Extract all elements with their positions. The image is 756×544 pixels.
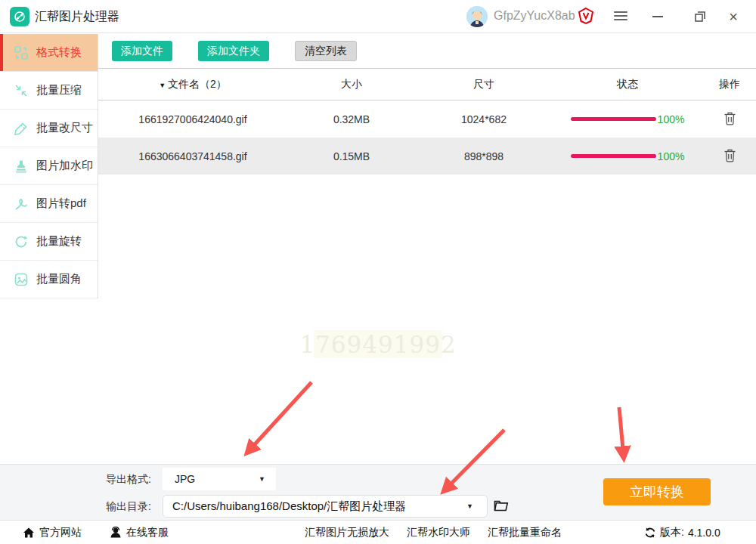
app-logo-icon — [10, 7, 29, 26]
version-value: 4.1.0.0 — [688, 527, 720, 539]
sidebar-item-label: 格式转换 — [36, 45, 82, 60]
version-info: 版本: 4.1.0.0 — [644, 521, 720, 544]
home-icon — [23, 527, 35, 539]
partner-links: 汇帮图片无损放大 汇帮水印大师 汇帮批量重命名 — [305, 521, 562, 544]
progress-percent: 100% — [658, 150, 685, 162]
cell-size: 0.32MB — [287, 113, 416, 125]
maximize-button[interactable] — [686, 0, 714, 33]
table-row[interactable]: 1663066403741458.gif 0.15MB 898*898 100% — [98, 138, 756, 175]
compress-icon — [14, 83, 29, 98]
link-lossless-upscale[interactable]: 汇帮图片无损放大 — [305, 526, 389, 539]
titlebar: 汇帮图片处理器 GfpZyYucX8ab × — [0, 0, 756, 33]
cell-filename: 1663066403741458.gif — [98, 150, 287, 162]
online-service-link[interactable]: 在线客服 — [110, 521, 169, 544]
cell-status: 100% — [552, 150, 703, 162]
export-format-value: JPG — [175, 473, 195, 485]
customer-service-icon — [110, 527, 122, 539]
sidebar: 格式转换 批量压缩 批量改尺寸 图片加水印 — [0, 34, 98, 298]
vip-badge-icon[interactable] — [577, 7, 595, 25]
progress-bar — [571, 154, 656, 158]
watermark-stamp-icon — [14, 159, 29, 174]
username-label: GfpZyYucX8ab — [494, 9, 575, 23]
sidebar-item-label: 图片加水印 — [36, 159, 93, 173]
output-dir-combobox[interactable]: C:/Users/huibang168/Desktop/汇帮图片处理器 ▼ — [163, 495, 488, 518]
version-label: 版本: — [660, 526, 684, 539]
add-folder-button[interactable]: 添加文件夹 — [198, 41, 269, 61]
sidebar-item-label: 批量旋转 — [36, 234, 82, 249]
progress-percent: 100% — [658, 113, 685, 125]
output-dir-value: C:/Users/huibang168/Desktop/汇帮图片处理器 — [172, 499, 406, 514]
sidebar-item-batch-rounded-corner[interactable]: 批量圆角 — [0, 261, 98, 298]
main-content: 添加文件 添加文件夹 清空列表 ▼文件名（2） 大小 尺寸 状态 操作 1661… — [98, 34, 756, 464]
output-dir-label: 输出目录: — [106, 500, 151, 514]
cell-operation — [703, 111, 756, 128]
cell-dimensions: 1024*682 — [416, 113, 552, 125]
minimize-button[interactable] — [644, 0, 671, 33]
column-header-status: 状态 — [552, 78, 703, 91]
cell-size: 0.15MB — [287, 150, 416, 162]
sidebar-item-label: 批量圆角 — [36, 272, 82, 286]
column-header-dimensions: 尺寸 — [416, 78, 552, 91]
pdf-icon — [14, 196, 29, 212]
rotate-icon — [14, 234, 29, 249]
rounded-corner-image-icon — [14, 272, 29, 287]
sidebar-item-label: 图片转pdf — [36, 196, 86, 211]
export-format-select[interactable]: JPG ▼ — [163, 468, 276, 490]
table-row[interactable]: 1661927006424040.gif 0.32MB 1024*682 100… — [98, 100, 756, 138]
link-watermark-master[interactable]: 汇帮水印大师 — [407, 526, 470, 539]
browse-folder-icon[interactable] — [493, 497, 510, 514]
official-website-link[interactable]: 官方网站 — [23, 521, 82, 544]
sidebar-item-image-to-pdf[interactable]: 图片转pdf — [0, 185, 98, 223]
column-header-operation: 操作 — [703, 78, 756, 91]
chevron-down-icon: ▼ — [466, 502, 473, 510]
delete-trash-icon[interactable] — [723, 148, 736, 162]
sidebar-item-batch-resize[interactable]: 批量改尺寸 — [0, 110, 98, 147]
cell-operation — [703, 148, 756, 165]
toolbar: 添加文件 添加文件夹 清空列表 — [98, 34, 756, 68]
statusbar: 官方网站 在线客服 汇帮图片无损放大 汇帮水印大师 汇帮批量重命名 版本: 4.… — [0, 520, 756, 544]
user-avatar[interactable] — [466, 6, 488, 27]
sidebar-item-batch-rotate[interactable]: 批量旋转 — [0, 223, 98, 261]
export-format-label: 导出格式: — [106, 473, 151, 487]
official-website-label: 官方网站 — [39, 526, 82, 539]
chevron-down-icon: ▼ — [259, 475, 265, 483]
clear-list-button[interactable]: 清空列表 — [295, 41, 357, 61]
convert-icon — [14, 45, 29, 60]
cell-filename: 1661927006424040.gif — [98, 113, 287, 125]
online-service-label: 在线客服 — [126, 526, 169, 539]
trial-watermark: 1769491992 — [314, 330, 442, 358]
progress-bar — [571, 117, 656, 121]
column-header-filename[interactable]: ▼文件名（2） — [98, 78, 287, 91]
sidebar-item-batch-compress[interactable]: 批量压缩 — [0, 72, 98, 110]
sidebar-item-add-watermark[interactable]: 图片加水印 — [0, 147, 98, 185]
sidebar-item-label: 批量改尺寸 — [36, 121, 93, 135]
update-refresh-icon[interactable] — [644, 527, 656, 539]
sort-desc-icon: ▼ — [159, 82, 166, 89]
table-header: ▼文件名（2） 大小 尺寸 状态 操作 — [98, 68, 756, 100]
add-file-button[interactable]: 添加文件 — [112, 41, 172, 61]
resize-icon — [14, 121, 29, 136]
sidebar-item-label: 批量压缩 — [36, 83, 82, 97]
link-batch-rename[interactable]: 汇帮批量重命名 — [488, 526, 562, 539]
convert-now-button[interactable]: 立即转换 — [603, 478, 711, 505]
cell-status: 100% — [552, 113, 703, 125]
delete-trash-icon[interactable] — [723, 111, 736, 125]
app-window: 汇帮图片处理器 GfpZyYucX8ab × — [0, 0, 756, 544]
column-header-size: 大小 — [287, 78, 416, 91]
app-title: 汇帮图片处理器 — [35, 9, 119, 25]
output-panel: 导出格式: JPG ▼ 输出目录: C:/Users/huibang168/De… — [0, 464, 756, 520]
menu-icon[interactable] — [614, 11, 627, 23]
close-button[interactable]: × — [720, 0, 747, 33]
cell-dimensions: 898*898 — [416, 150, 552, 162]
sidebar-item-format-convert[interactable]: 格式转换 — [0, 34, 98, 72]
